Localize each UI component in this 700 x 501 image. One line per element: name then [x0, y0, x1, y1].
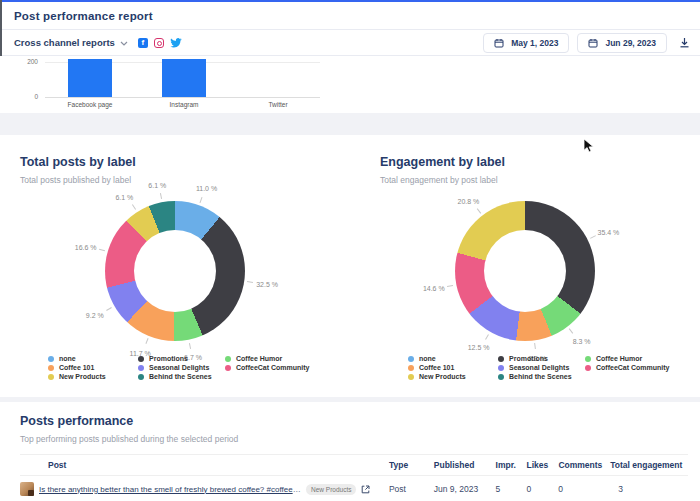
column-header[interactable]: Post [20, 460, 389, 470]
legend-label: New Products [59, 373, 106, 380]
column-header[interactable]: Type [389, 460, 434, 470]
label-tick [447, 285, 453, 287]
legend-dot [498, 374, 504, 380]
legend-label: Behind the Scenes [149, 373, 212, 380]
date-to-button[interactable]: Jun 29, 2023 [577, 33, 667, 53]
external-link-icon[interactable] [361, 485, 370, 494]
label-tick [159, 193, 161, 199]
legend-dot [48, 365, 54, 371]
donut-slice-label: 20.8 % [458, 198, 480, 205]
section-gap [0, 113, 700, 135]
legend-label: New Products [419, 373, 466, 380]
label-tick [485, 334, 489, 340]
legend-label: Coffee 101 [419, 364, 454, 371]
legend-dot [408, 356, 414, 362]
legend-dot [138, 356, 144, 362]
label-tick [534, 343, 536, 349]
table-cell: Jun 9, 2023 [434, 484, 496, 494]
legend-label: Behind the Scenes [509, 373, 572, 380]
legend-column: Coffee HumorCoffeeCat Community [585, 355, 670, 380]
label-tick [107, 307, 113, 311]
legend-item: Seasonal Delights [138, 364, 225, 371]
posts-table-header: PostTypePublishedImpr.LikesCommentsTotal… [20, 454, 688, 476]
label-tick [145, 338, 148, 344]
donut-slice-label: 12.5 % [468, 344, 490, 351]
legend-column: PromotionsSeasonal DelightsBehind the Sc… [138, 355, 225, 380]
table-cell: 0 [558, 484, 610, 494]
legend-dot [138, 374, 144, 380]
donut-slice-label: 35.4 % [598, 229, 620, 236]
bar-chart: 2000Facebook pageInstagramTwitter [0, 56, 700, 113]
legend-item: CoffeeCat Community [585, 364, 670, 371]
column-header[interactable]: Impr. [496, 460, 527, 470]
label-tick [247, 281, 253, 283]
column-header[interactable]: Total engagement [610, 460, 688, 470]
chevron-down-icon [120, 41, 128, 46]
engagement-donut-chart: 35.4 %8.3 %8.3 %12.5 %14.6 %20.8 % [350, 191, 700, 351]
legend-item: CoffeeCat Community [225, 364, 310, 371]
date-from-button[interactable]: May 1, 2023 [483, 33, 569, 53]
total-posts-donut-chart: 11.0 %32.5 %6.7 %11.7 %9.2 %16.6 %6.1 %6… [0, 191, 350, 351]
legend-dot [585, 356, 591, 362]
facebook-icon[interactable]: f [138, 38, 148, 48]
page-title: Post performance report [14, 10, 153, 22]
twitter-icon[interactable] [170, 38, 182, 48]
x-axis-label: Instagram [170, 101, 199, 108]
table-cell: Post [389, 484, 434, 494]
donut-slice-label: 14.6 % [423, 285, 445, 292]
table-cell: 3 [610, 484, 688, 494]
legend-item: New Products [48, 373, 138, 380]
bar[interactable] [162, 59, 206, 98]
donut-slice-label: 8.3 % [573, 337, 591, 344]
posts-performance-title: Posts performance [20, 414, 688, 428]
download-report-button[interactable] [679, 37, 690, 48]
post-link[interactable]: Is there anything better than the smell … [39, 485, 301, 494]
legend-label: Seasonal Delights [509, 364, 569, 371]
instagram-icon[interactable] [154, 38, 164, 48]
legend-label: CoffeeCat Community [596, 364, 670, 371]
donut-slice-label: 16.6 % [75, 243, 97, 250]
legend-dot [48, 356, 54, 362]
gridline [45, 97, 320, 98]
legend-item: Coffee Humor [225, 355, 310, 362]
legend-column: noneCoffee 101New Products [408, 355, 498, 380]
posts-by-channel-card: 2000Facebook pageInstagramTwitter [0, 56, 700, 113]
legend-label: Coffee Humor [236, 355, 282, 362]
donut [105, 201, 245, 341]
y-axis-tick: 200 [0, 58, 38, 65]
table-cell: 0 [526, 484, 558, 494]
section-subtitle: Total posts published by label [20, 175, 350, 185]
donut-slice-label: 6.1 % [115, 194, 133, 201]
legend-label: CoffeeCat Community [236, 364, 310, 371]
section-title: Engagement by label [380, 155, 700, 169]
post-cell: Is there anything better than the smell … [20, 482, 389, 496]
report-type-selector[interactable]: Cross channel reports [14, 37, 128, 48]
report-toolbar: Cross channel reports f May 1, 2023 Jun … [0, 30, 700, 56]
legend-dot [225, 365, 231, 371]
legend-label: Promotions [509, 355, 548, 362]
legend-column: PromotionsSeasonal DelightsBehind the Sc… [498, 355, 585, 380]
legend-item: Coffee 101 [408, 364, 498, 371]
toolbar-right: May 1, 2023 Jun 29, 2023 [483, 33, 690, 53]
chart-legend: noneCoffee 101New ProductsPromotionsSeas… [20, 355, 310, 380]
label-tick [590, 236, 596, 240]
report-type-label: Cross channel reports [14, 37, 115, 48]
total-posts-by-label-section: Total posts by label Total posts publish… [0, 135, 350, 397]
top-accent-line [0, 0, 700, 2]
legend-dot [225, 356, 231, 362]
legend-dot [48, 374, 54, 380]
column-header[interactable]: Comments [558, 460, 610, 470]
legend-label: none [59, 355, 76, 362]
x-axis-label: Facebook page [68, 101, 113, 108]
legend-dot [498, 356, 504, 362]
post-thumbnail [20, 482, 34, 496]
date-to-value: Jun 29, 2023 [605, 38, 656, 48]
legend-item: Coffee 101 [48, 364, 138, 371]
bar[interactable] [68, 59, 112, 98]
label-tick [569, 329, 573, 334]
legend-dot [138, 365, 144, 371]
engagement-by-label-section: Engagement by label Total engagement by … [350, 135, 700, 397]
posts-performance-subtitle: Top performing posts published during th… [20, 434, 688, 444]
column-header[interactable]: Published [434, 460, 496, 470]
column-header[interactable]: Likes [527, 460, 559, 470]
